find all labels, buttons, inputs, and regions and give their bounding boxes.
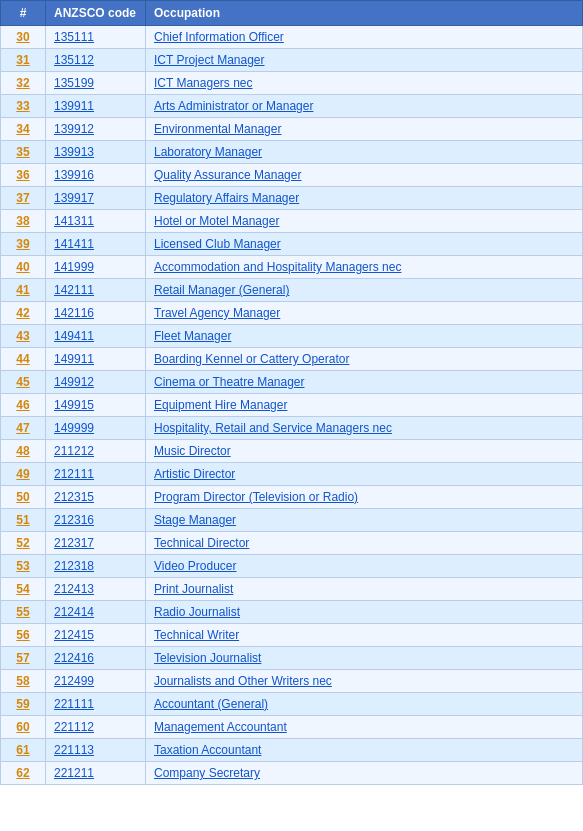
row-anzsco-code[interactable]: 149999 — [46, 417, 146, 440]
row-number[interactable]: 56 — [1, 624, 46, 647]
row-number[interactable]: 45 — [1, 371, 46, 394]
row-occupation[interactable]: Video Producer — [146, 555, 583, 578]
row-number[interactable]: 39 — [1, 233, 46, 256]
row-anzsco-code[interactable]: 142116 — [46, 302, 146, 325]
row-occupation[interactable]: Television Journalist — [146, 647, 583, 670]
row-anzsco-code[interactable]: 135111 — [46, 26, 146, 49]
row-occupation[interactable]: Taxation Accountant — [146, 739, 583, 762]
row-occupation[interactable]: Chief Information Officer — [146, 26, 583, 49]
row-anzsco-code[interactable]: 212316 — [46, 509, 146, 532]
table-row: 52212317Technical Director — [1, 532, 583, 555]
row-number[interactable]: 57 — [1, 647, 46, 670]
row-occupation[interactable]: ICT Project Manager — [146, 49, 583, 72]
row-number[interactable]: 37 — [1, 187, 46, 210]
row-anzsco-code[interactable]: 212415 — [46, 624, 146, 647]
row-number[interactable]: 34 — [1, 118, 46, 141]
row-occupation[interactable]: Management Accountant — [146, 716, 583, 739]
row-number[interactable]: 47 — [1, 417, 46, 440]
row-anzsco-code[interactable]: 211212 — [46, 440, 146, 463]
row-occupation[interactable]: ICT Managers nec — [146, 72, 583, 95]
row-occupation[interactable]: Journalists and Other Writers nec — [146, 670, 583, 693]
row-number[interactable]: 31 — [1, 49, 46, 72]
row-occupation[interactable]: Artistic Director — [146, 463, 583, 486]
row-number[interactable]: 62 — [1, 762, 46, 785]
row-anzsco-code[interactable]: 212317 — [46, 532, 146, 555]
row-occupation[interactable]: Accountant (General) — [146, 693, 583, 716]
row-number[interactable]: 38 — [1, 210, 46, 233]
row-occupation[interactable]: Travel Agency Manager — [146, 302, 583, 325]
row-anzsco-code[interactable]: 141311 — [46, 210, 146, 233]
row-number[interactable]: 40 — [1, 256, 46, 279]
row-anzsco-code[interactable]: 149915 — [46, 394, 146, 417]
row-anzsco-code[interactable]: 135112 — [46, 49, 146, 72]
row-number[interactable]: 46 — [1, 394, 46, 417]
row-occupation[interactable]: Music Director — [146, 440, 583, 463]
row-number[interactable]: 51 — [1, 509, 46, 532]
row-anzsco-code[interactable]: 142111 — [46, 279, 146, 302]
row-occupation[interactable]: Quality Assurance Manager — [146, 164, 583, 187]
row-anzsco-code[interactable]: 149411 — [46, 325, 146, 348]
row-occupation[interactable]: Hotel or Motel Manager — [146, 210, 583, 233]
row-occupation[interactable]: Fleet Manager — [146, 325, 583, 348]
row-number[interactable]: 35 — [1, 141, 46, 164]
row-anzsco-code[interactable]: 212318 — [46, 555, 146, 578]
row-anzsco-code[interactable]: 212416 — [46, 647, 146, 670]
row-anzsco-code[interactable]: 139913 — [46, 141, 146, 164]
row-occupation[interactable]: Stage Manager — [146, 509, 583, 532]
row-number[interactable]: 33 — [1, 95, 46, 118]
row-number[interactable]: 42 — [1, 302, 46, 325]
row-occupation[interactable]: Radio Journalist — [146, 601, 583, 624]
row-number[interactable]: 36 — [1, 164, 46, 187]
row-anzsco-code[interactable]: 141999 — [46, 256, 146, 279]
row-number[interactable]: 54 — [1, 578, 46, 601]
row-anzsco-code[interactable]: 212315 — [46, 486, 146, 509]
row-number[interactable]: 52 — [1, 532, 46, 555]
row-anzsco-code[interactable]: 212499 — [46, 670, 146, 693]
row-occupation[interactable]: Technical Writer — [146, 624, 583, 647]
row-number[interactable]: 43 — [1, 325, 46, 348]
row-occupation[interactable]: Boarding Kennel or Cattery Operator — [146, 348, 583, 371]
row-occupation[interactable]: Cinema or Theatre Manager — [146, 371, 583, 394]
row-occupation[interactable]: Regulatory Affairs Manager — [146, 187, 583, 210]
row-number[interactable]: 41 — [1, 279, 46, 302]
row-occupation[interactable]: Environmental Manager — [146, 118, 583, 141]
row-occupation[interactable]: Program Director (Television or Radio) — [146, 486, 583, 509]
row-number[interactable]: 59 — [1, 693, 46, 716]
row-anzsco-code[interactable]: 221112 — [46, 716, 146, 739]
row-number[interactable]: 58 — [1, 670, 46, 693]
row-occupation[interactable]: Laboratory Manager — [146, 141, 583, 164]
row-anzsco-code[interactable]: 149911 — [46, 348, 146, 371]
row-anzsco-code[interactable]: 221113 — [46, 739, 146, 762]
row-number[interactable]: 32 — [1, 72, 46, 95]
row-occupation[interactable]: Accommodation and Hospitality Managers n… — [146, 256, 583, 279]
row-anzsco-code[interactable]: 139911 — [46, 95, 146, 118]
row-number[interactable]: 48 — [1, 440, 46, 463]
row-anzsco-code[interactable]: 139916 — [46, 164, 146, 187]
row-anzsco-code[interactable]: 212111 — [46, 463, 146, 486]
row-occupation[interactable]: Licensed Club Manager — [146, 233, 583, 256]
row-occupation[interactable]: Company Secretary — [146, 762, 583, 785]
row-occupation[interactable]: Retail Manager (General) — [146, 279, 583, 302]
row-number[interactable]: 44 — [1, 348, 46, 371]
row-anzsco-code[interactable]: 141411 — [46, 233, 146, 256]
row-number[interactable]: 49 — [1, 463, 46, 486]
row-occupation[interactable]: Arts Administrator or Manager — [146, 95, 583, 118]
row-anzsco-code[interactable]: 221211 — [46, 762, 146, 785]
row-anzsco-code[interactable]: 139912 — [46, 118, 146, 141]
row-number[interactable]: 61 — [1, 739, 46, 762]
row-occupation[interactable]: Hospitality, Retail and Service Managers… — [146, 417, 583, 440]
row-anzsco-code[interactable]: 221111 — [46, 693, 146, 716]
row-number[interactable]: 53 — [1, 555, 46, 578]
row-anzsco-code[interactable]: 135199 — [46, 72, 146, 95]
row-number[interactable]: 55 — [1, 601, 46, 624]
row-anzsco-code[interactable]: 212414 — [46, 601, 146, 624]
row-anzsco-code[interactable]: 212413 — [46, 578, 146, 601]
row-anzsco-code[interactable]: 149912 — [46, 371, 146, 394]
row-occupation[interactable]: Technical Director — [146, 532, 583, 555]
row-number[interactable]: 30 — [1, 26, 46, 49]
row-occupation[interactable]: Equipment Hire Manager — [146, 394, 583, 417]
row-anzsco-code[interactable]: 139917 — [46, 187, 146, 210]
row-occupation[interactable]: Print Journalist — [146, 578, 583, 601]
row-number[interactable]: 50 — [1, 486, 46, 509]
row-number[interactable]: 60 — [1, 716, 46, 739]
